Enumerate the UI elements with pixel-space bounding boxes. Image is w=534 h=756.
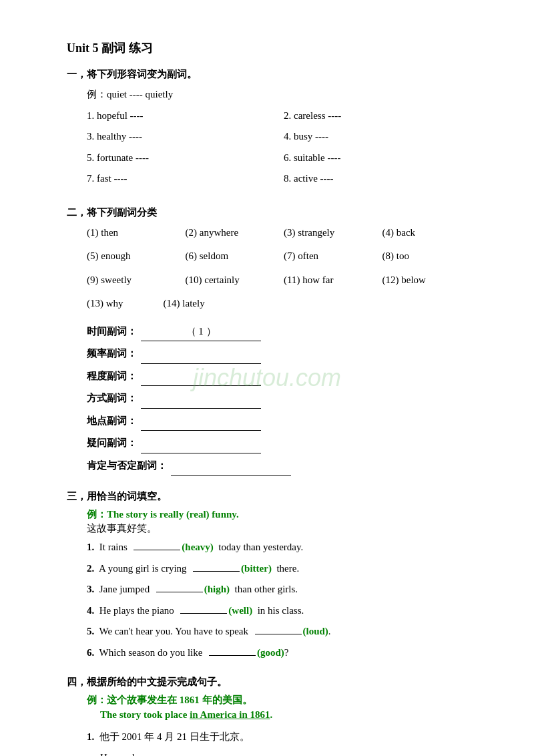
section4-example-en: The story took place in America in 1861.	[100, 709, 272, 720]
list-item: (6) seldom	[186, 248, 284, 265]
list-item: He was born .	[100, 748, 481, 757]
list-item: (14) lately	[164, 295, 205, 313]
category-label: 疑问副词：	[87, 433, 137, 453]
section3-header: 三，用恰当的词填空。	[67, 490, 481, 503]
category-answer[interactable]	[141, 344, 261, 364]
section1-header: 一，将下列形容词变为副词。	[67, 68, 481, 81]
page-title: Unit 5 副词 练习	[67, 40, 481, 56]
list-item: 6. suitable ----	[284, 150, 481, 167]
list-item: 3. Jane jumped (high) than other girls.	[87, 581, 481, 598]
list-item: (13) why	[87, 295, 123, 313]
list-item: 2. A young girl is crying (bitter) there…	[87, 560, 481, 578]
list-item: 4. He plays the piano (well) in his clas…	[87, 602, 481, 620]
category-label: 程度副词：	[87, 367, 137, 386]
list-item: 3. healthy ----	[87, 128, 284, 146]
section4-example-cn: 例：这个故事发生在 1861 年的美国。	[87, 695, 252, 705]
category-frequency: 频率副词：	[87, 344, 481, 364]
category-place: 地点副词：	[87, 411, 481, 431]
list-item: 8. active ----	[284, 170, 481, 188]
list-item: (12) below	[382, 272, 481, 289]
section3-example-cn: 这故事真好笑。	[87, 522, 481, 535]
list-item: 1. 他于 2001 年 4 月 21 日生于北京。	[87, 727, 481, 747]
section3-example-en: 例：The story is really (real) funny.	[87, 509, 239, 520]
answer-blank[interactable]	[180, 613, 227, 614]
list-item: 2. careless ----	[284, 108, 481, 125]
category-label: 肯定与否定副词：	[87, 456, 167, 476]
category-manner: 方式副词：	[87, 389, 481, 409]
list-item: (7) often	[284, 248, 382, 265]
section4-header: 四，根据所给的中文提示完成句子。	[67, 676, 481, 689]
list-item: (1) then	[87, 224, 186, 242]
category-label: 地点副词：	[87, 411, 137, 431]
list-item: (3) strangely	[284, 224, 382, 242]
list-item: 7. fast ----	[87, 170, 284, 188]
category-label: 方式副词：	[87, 389, 137, 408]
category-answer[interactable]	[171, 456, 291, 476]
category-answer[interactable]	[141, 389, 261, 409]
category-answer[interactable]	[141, 411, 261, 431]
list-item: 4. busy ----	[284, 128, 481, 146]
answer-blank[interactable]	[156, 592, 203, 592]
category-answer[interactable]: （ 1 ）	[141, 322, 261, 342]
category-time: 时间副词： （ 1 ）	[87, 322, 481, 342]
category-label: 时间副词：	[87, 322, 137, 341]
section1-example: 例：quiet ---- quietly	[87, 86, 481, 104]
answer-blank[interactable]	[209, 655, 256, 656]
list-item: (9) sweetly	[87, 272, 186, 289]
section3: 三，用恰当的词填空。 例：The story is really (real) …	[67, 490, 481, 661]
category-label: 频率副词：	[87, 344, 137, 363]
list-item: 5. We can't hear you. You have to speak …	[87, 623, 481, 640]
list-item: (2) anywhere	[186, 224, 284, 242]
list-item: (4) back	[382, 224, 481, 242]
list-item: 6. Which season do you like (good)?	[87, 644, 481, 662]
section2-header: 二，将下列副词分类	[67, 206, 481, 219]
list-item: 1. hopeful ----	[87, 108, 284, 125]
list-item: (11) how far	[284, 272, 382, 289]
section4: 四，根据所给的中文提示完成句子。 例：这个故事发生在 1861 年的美国。 Th…	[67, 676, 481, 756]
list-item: 5. fortunate ----	[87, 150, 284, 167]
answer-blank[interactable]	[255, 634, 302, 634]
category-interrogative: 疑问副词：	[87, 433, 481, 453]
category-answer[interactable]	[141, 433, 261, 453]
list-item: 1. It rains (heavy) today than yesterday…	[87, 539, 481, 556]
list-item: (10) certainly	[186, 272, 284, 289]
answer-blank[interactable]	[134, 550, 180, 550]
list-item: (8) too	[382, 248, 481, 265]
section1: 一，将下列形容词变为副词。 例：quiet ---- quietly 1. ho…	[67, 68, 481, 192]
answer-blank[interactable]	[193, 571, 240, 572]
list-item: (5) enough	[87, 248, 186, 265]
category-affirmative: 肯定与否定副词：	[87, 456, 481, 476]
section2: 二，将下列副词分类 (1) then (2) anywhere (3) stra…	[67, 206, 481, 476]
category-answer[interactable]	[141, 367, 261, 387]
answer-blank[interactable]	[156, 748, 323, 757]
category-degree: 程度副词：	[87, 367, 481, 387]
